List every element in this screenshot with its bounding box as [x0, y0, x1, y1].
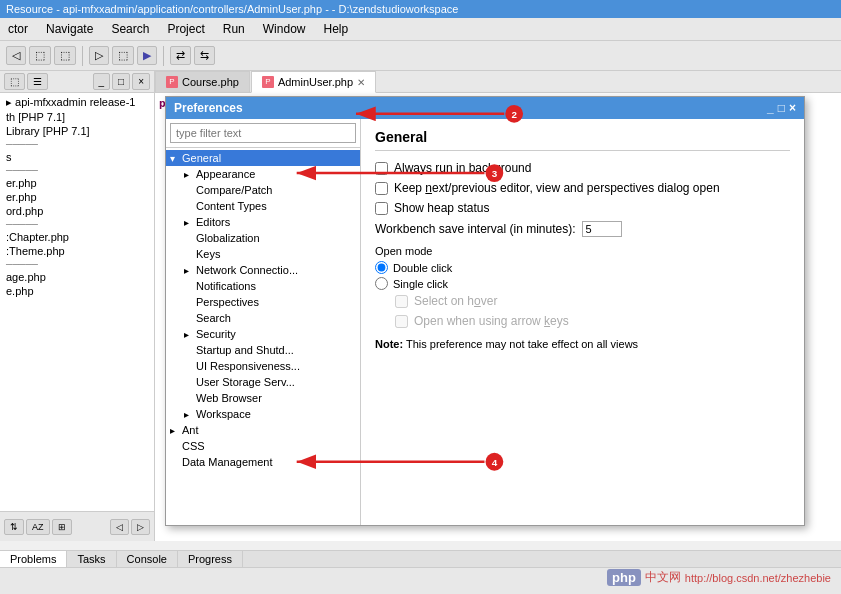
checkbox-heap[interactable] — [375, 202, 388, 215]
file-item[interactable]: s — [2, 150, 152, 164]
file-item[interactable]: Library [PHP 7.1] — [2, 124, 152, 138]
nav-left[interactable]: ◁ — [110, 519, 129, 535]
tree-label-appearance: Appearance — [196, 168, 255, 180]
title-text: Resource - api-mfxxadmin/application/con… — [6, 3, 458, 15]
tab-adminuser[interactable]: P AdminUser.php ✕ — [251, 71, 376, 93]
tree-item-search[interactable]: Search — [180, 310, 360, 326]
toolbar-btn4[interactable]: ⬚ — [112, 46, 134, 65]
file-item[interactable]: ▸ api-mfxxadmin release-1 — [2, 95, 152, 110]
tree-arrow-wb — [184, 393, 194, 404]
pref-save-interval-row: Workbench save interval (in minutes): — [375, 221, 790, 237]
toolbar-btn2[interactable]: ⬚ — [54, 46, 76, 65]
menu-help[interactable]: Help — [319, 20, 352, 38]
file-item[interactable]: ───── — [2, 164, 152, 176]
menu-project[interactable]: Project — [163, 20, 208, 38]
tree-label-net: Network Connectio... — [196, 264, 298, 276]
adminuser-tab-icon: P — [262, 76, 274, 88]
panel-minimize[interactable]: _ — [93, 73, 111, 90]
tree-item-ant[interactable]: ▸ Ant — [166, 422, 360, 438]
file-item[interactable]: e.php — [2, 284, 152, 298]
tree-item-css[interactable]: CSS — [166, 438, 360, 454]
tree-item-appearance[interactable]: ▸ Appearance — [180, 166, 360, 182]
panel-maximize[interactable]: □ — [112, 73, 130, 90]
tree-item-workspace[interactable]: ▸ Workspace — [180, 406, 360, 422]
tree-arrow-persp — [184, 297, 194, 308]
tree-item-keys[interactable]: Keys — [180, 246, 360, 262]
menu-ctor[interactable]: ctor — [4, 20, 32, 38]
tree-item-userstorage[interactable]: User Storage Serv... — [180, 374, 360, 390]
panel-close[interactable]: × — [132, 73, 150, 90]
file-item[interactable]: ───── — [2, 258, 152, 270]
radio-double-click-input[interactable] — [375, 261, 388, 274]
bottom-tab-tasks[interactable]: Tasks — [67, 551, 116, 567]
tree-item-notifications[interactable]: Notifications — [180, 278, 360, 294]
menu-run[interactable]: Run — [219, 20, 249, 38]
tab-close-icon[interactable]: ✕ — [357, 77, 365, 88]
tree-item-startup[interactable]: Startup and Shutd... — [180, 342, 360, 358]
tree-label-ui: UI Responsiveness... — [196, 360, 300, 372]
tree-label-dm: Data Management — [182, 456, 273, 468]
tree-item-network[interactable]: ▸ Network Connectio... — [180, 262, 360, 278]
file-item[interactable]: ───── — [2, 218, 152, 230]
menu-navigate[interactable]: Navigate — [42, 20, 97, 38]
tree-arrow-ant: ▸ — [170, 425, 180, 436]
file-item[interactable]: ───── — [2, 138, 152, 150]
toolbar-redo[interactable]: ⇆ — [194, 46, 215, 65]
panel-btn1[interactable]: ⬚ — [4, 73, 25, 90]
checkbox-select-hover[interactable] — [395, 295, 408, 308]
pref-close-btn[interactable]: × — [789, 101, 796, 115]
tree-item-security[interactable]: ▸ Security — [180, 326, 360, 342]
az-btn[interactable]: AZ — [26, 519, 50, 535]
filter-btn[interactable]: ⊞ — [52, 519, 72, 535]
tab-course[interactable]: P Course.php — [155, 71, 250, 92]
bottom-tab-problems[interactable]: Problems — [0, 551, 67, 567]
file-item[interactable]: er.php — [2, 190, 152, 204]
label-heap: Show heap status — [394, 201, 489, 215]
bottom-tab-console[interactable]: Console — [117, 551, 178, 567]
pref-min-btn[interactable]: _ — [767, 101, 774, 115]
toolbar-run[interactable]: ▶ — [137, 46, 157, 65]
tree-item-editors[interactable]: ▸ Editors — [180, 214, 360, 230]
tree-item-comparepatch[interactable]: Compare/Patch — [180, 182, 360, 198]
watermark-cn-label: 中文网 — [645, 569, 681, 586]
tree-arrow-us — [184, 377, 194, 388]
toolbar-btn5[interactable]: ⇄ — [170, 46, 191, 65]
toolbar-btn3[interactable]: ▷ — [89, 46, 109, 65]
nav-right[interactable]: ▷ — [131, 519, 150, 535]
panel-btn2[interactable]: ☰ — [27, 73, 48, 90]
file-item[interactable]: :Theme.php — [2, 244, 152, 258]
open-mode-label: Open mode — [375, 245, 790, 257]
tree-label-security: Security — [196, 328, 236, 340]
tree-label-ant: Ant — [182, 424, 199, 436]
tree-item-webbrowser[interactable]: Web Browser — [180, 390, 360, 406]
file-item[interactable]: er.php — [2, 176, 152, 190]
file-item[interactable]: th [PHP 7.1] — [2, 110, 152, 124]
pref-filter-input[interactable] — [170, 123, 356, 143]
checkbox-always-run[interactable] — [375, 162, 388, 175]
tree-item-globalization[interactable]: Globalization — [180, 230, 360, 246]
toolbar-back[interactable]: ◁ — [6, 46, 26, 65]
tree-item-ui[interactable]: UI Responsiveness... — [180, 358, 360, 374]
bottom-tab-progress[interactable]: Progress — [178, 551, 243, 567]
checkbox-arrow-keys[interactable] — [395, 315, 408, 328]
save-interval-input[interactable] — [582, 221, 622, 237]
file-item[interactable]: age.php — [2, 270, 152, 284]
tree-item-contenttypes[interactable]: Content Types — [180, 198, 360, 214]
radio-single-click: Single click — [375, 277, 790, 290]
file-item[interactable]: ord.php — [2, 204, 152, 218]
tree-label-notif: Notifications — [196, 280, 256, 292]
pref-max-btn[interactable]: □ — [778, 101, 785, 115]
tree-item-datamanagement[interactable]: Data Management — [166, 454, 360, 470]
radio-single-click-input[interactable] — [375, 277, 388, 290]
sort-btn[interactable]: ⇅ — [4, 519, 24, 535]
toolbar-btn1[interactable]: ⬚ — [29, 46, 51, 65]
tree-label-search: Search — [196, 312, 231, 324]
file-item[interactable]: :Chapter.php — [2, 230, 152, 244]
tree-item-general[interactable]: ▾ General — [166, 150, 360, 166]
tree-label-general: General — [182, 152, 221, 164]
watermark-url: http://blog.csdn.net/zhezhebie — [685, 572, 831, 584]
menu-window[interactable]: Window — [259, 20, 310, 38]
checkbox-keep-next[interactable] — [375, 182, 388, 195]
menu-search[interactable]: Search — [107, 20, 153, 38]
tree-item-perspectives[interactable]: Perspectives — [180, 294, 360, 310]
